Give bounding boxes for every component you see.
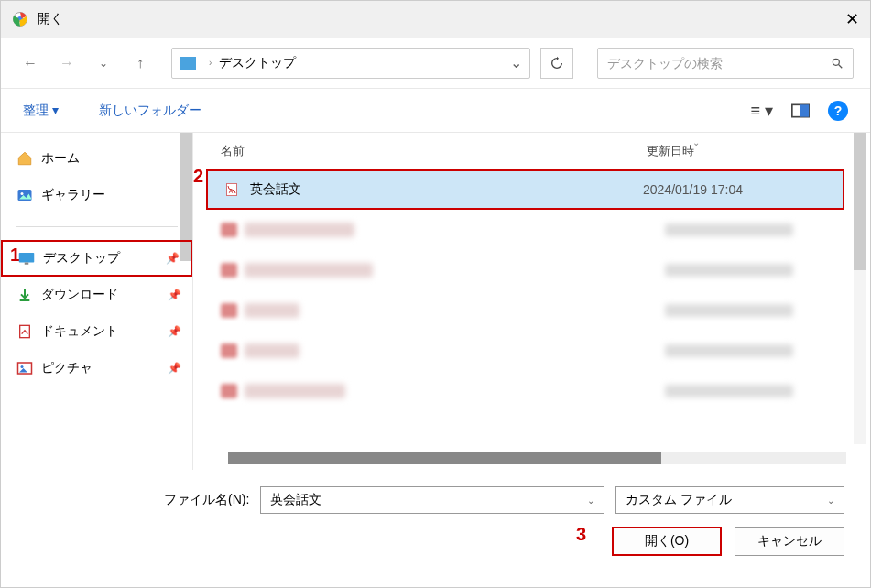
annotation-2: 2 (193, 166, 203, 187)
sidebar-item-label: ギャラリー (41, 187, 105, 203)
sidebar-item-desktop[interactable]: デスクトップ 📌 (1, 240, 192, 277)
open-button[interactable]: 開く(O) (612, 527, 722, 556)
svg-rect-9 (25, 263, 29, 265)
chevron-down-icon[interactable]: ⌄ (510, 54, 522, 71)
chrome-icon (12, 11, 28, 27)
search-input[interactable] (607, 56, 831, 71)
file-date: 2024/01/19 17:04 (643, 182, 826, 197)
search-icon[interactable] (831, 57, 844, 70)
svg-point-13 (21, 365, 24, 368)
sidebar-item-pictures[interactable]: ピクチャ 📌 (1, 350, 192, 387)
titlebar: 開く ✕ (1, 1, 870, 38)
pictures-icon (16, 359, 34, 377)
svg-point-7 (21, 192, 24, 195)
filelist-vscrollbar[interactable] (854, 133, 866, 444)
navbar: ← → ⌄ ↑ › デスクトップ ⌄ (1, 38, 870, 89)
sort-indicator-icon: ⌄ (692, 137, 700, 147)
file-row[interactable]: A 英会話文 2024/01/19 17:04 (206, 169, 844, 210)
sidebar: 1 ホーム ギャラリー デスクトップ 📌 ダウンロード 📌 ドキュメント 📌 ピ (1, 133, 193, 470)
sidebar-item-label: デスクトップ (43, 250, 120, 267)
column-name[interactable]: 名前 (221, 143, 647, 159)
sidebar-item-label: ダウンロード (41, 287, 118, 303)
toolbar: 整理 ▾ 新しいフォルダー ≡ ▾ ? (1, 89, 870, 133)
preview-pane-icon[interactable] (791, 103, 810, 118)
svg-point-2 (833, 59, 839, 65)
svg-rect-11 (20, 325, 30, 337)
refresh-button[interactable] (540, 48, 573, 79)
filetype-combobox[interactable]: カスタム ファイル ⌄ (615, 486, 844, 514)
svg-line-3 (839, 64, 843, 68)
sidebar-item-label: ドキュメント (41, 323, 118, 340)
recent-dropdown[interactable]: ⌄ (91, 50, 116, 76)
file-row-blurred (204, 250, 846, 290)
file-list-header: 名前 ⌄更新日時 (204, 133, 846, 169)
dialog-title: 開く (38, 11, 63, 27)
file-row-blurred (204, 331, 846, 371)
pdf-icon: A (224, 181, 241, 198)
sidebar-item-gallery[interactable]: ギャラリー (1, 177, 192, 213)
file-name: 英会話文 (250, 181, 643, 198)
sidebar-item-label: ホーム (41, 150, 80, 167)
back-button[interactable]: ← (17, 50, 43, 76)
file-row-blurred (204, 210, 846, 250)
breadcrumb-location[interactable]: デスクトップ (219, 55, 296, 71)
pin-icon: 📌 (168, 325, 181, 338)
filetype-value: カスタム ファイル (626, 492, 732, 508)
view-list-icon[interactable]: ≡ ▾ (750, 101, 773, 121)
filename-combobox[interactable]: 英会話文 ⌄ (260, 486, 604, 514)
file-list: 2 名前 ⌄更新日時 A 英会話文 2024/01/19 17:04 (193, 133, 870, 470)
gallery-icon (16, 186, 34, 204)
pin-icon: 📌 (166, 252, 180, 265)
new-folder-button[interactable]: 新しいフォルダー (99, 103, 201, 119)
svg-rect-8 (19, 253, 35, 263)
file-row-blurred (204, 371, 846, 411)
svg-rect-5 (800, 104, 809, 116)
close-icon[interactable]: ✕ (845, 9, 859, 29)
download-icon (16, 286, 34, 304)
organize-menu[interactable]: 整理 ▾ (23, 103, 59, 119)
pin-icon: 📌 (168, 362, 181, 375)
folder-icon (180, 57, 196, 70)
sidebar-item-label: ピクチャ (41, 360, 93, 376)
footer: 3 ファイル名(N): 英会話文 ⌄ カスタム ファイル ⌄ 開く(O) キャン… (1, 470, 870, 572)
filename-value: 英会話文 (270, 492, 321, 508)
home-icon (16, 149, 34, 168)
breadcrumb[interactable]: › デスクトップ ⌄ (171, 48, 530, 79)
filelist-hscrollbar[interactable] (228, 452, 846, 464)
help-icon[interactable]: ? (828, 101, 848, 121)
forward-button[interactable]: → (54, 50, 80, 76)
chevron-down-icon[interactable]: ⌄ (827, 495, 834, 506)
sidebar-item-home[interactable]: ホーム (1, 140, 192, 177)
file-row-blurred (204, 290, 846, 331)
sidebar-item-downloads[interactable]: ダウンロード 📌 (1, 277, 192, 313)
document-icon (16, 322, 34, 341)
desktop-icon (17, 249, 36, 267)
search-box[interactable] (597, 48, 854, 79)
chevron-down-icon[interactable]: ⌄ (587, 495, 594, 506)
up-button[interactable]: ↑ (127, 50, 153, 76)
column-date[interactable]: ⌄更新日時 (647, 143, 830, 159)
chevron-right-icon: › (209, 58, 212, 68)
sidebar-item-documents[interactable]: ドキュメント 📌 (1, 313, 192, 350)
annotation-3: 3 (576, 524, 586, 545)
cancel-button[interactable]: キャンセル (735, 527, 844, 556)
filename-label: ファイル名(N): (164, 492, 249, 508)
pin-icon: 📌 (168, 289, 181, 301)
